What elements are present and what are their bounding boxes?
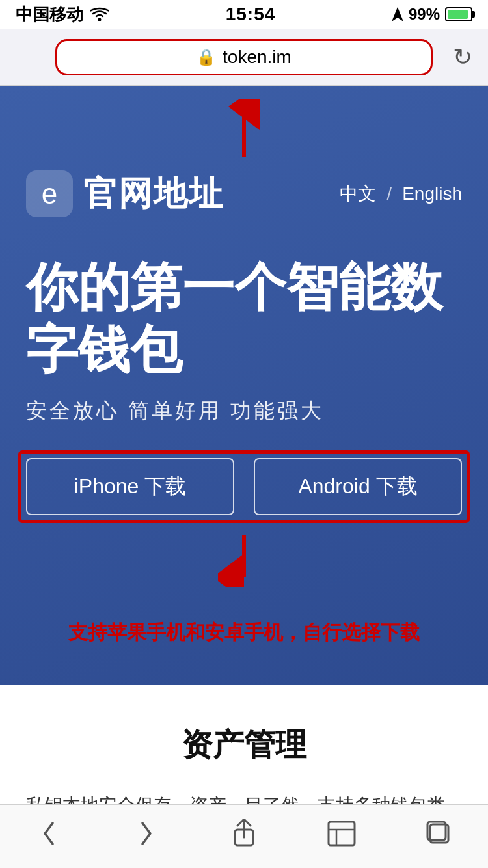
site-header: e 官网地址 中文 / English xyxy=(26,170,462,217)
forward-icon xyxy=(137,821,156,847)
svg-rect-5 xyxy=(329,822,355,845)
download-section: iPhone 下载 Android 下载 xyxy=(26,458,462,515)
lang-cn-btn[interactable]: 中文 xyxy=(340,182,376,206)
lang-en-btn[interactable]: English xyxy=(402,183,462,204)
logo-symbol: e xyxy=(42,178,57,210)
download-arrow-container xyxy=(26,535,462,587)
svg-point-0 xyxy=(98,18,102,21)
battery-percent: 99% xyxy=(409,5,440,23)
logo-icon: e xyxy=(26,170,73,217)
status-bar: 中国移动 15:54 99% xyxy=(0,0,488,29)
forward-button[interactable] xyxy=(120,807,172,860)
download-section-wrapper: iPhone 下载 Android 下载 xyxy=(26,458,462,515)
asset-section-title: 资产管理 xyxy=(26,724,462,766)
tabs-button[interactable] xyxy=(413,807,465,860)
url-bar[interactable]: 🔒 token.im xyxy=(55,39,433,75)
lang-switcher: 中文 / English xyxy=(340,182,462,206)
bottom-nav xyxy=(0,804,488,868)
main-content: e 官网地址 中文 / English 你的第一个智能数字钱包 安全放心 简单好… xyxy=(0,86,488,685)
wifi-icon xyxy=(90,7,109,21)
hero-title: 你的第一个智能数字钱包 xyxy=(26,256,462,381)
battery-icon xyxy=(445,7,472,21)
back-icon xyxy=(40,821,58,847)
status-left: 中国移动 xyxy=(16,3,109,26)
carrier-text: 中国移动 xyxy=(16,3,83,26)
tabs-icon xyxy=(426,821,452,847)
hero-subtitle: 安全放心 简单好用 功能强大 xyxy=(26,397,462,426)
url-arrow-up xyxy=(218,99,270,157)
reload-button[interactable]: ↻ xyxy=(453,44,472,71)
lang-divider: / xyxy=(386,183,392,204)
url-text[interactable]: token.im xyxy=(223,47,291,68)
iphone-download-button[interactable]: iPhone 下载 xyxy=(26,458,234,515)
lock-icon: 🔒 xyxy=(197,48,216,66)
status-right: 99% xyxy=(392,5,472,23)
site-title: 官网地址 xyxy=(83,171,224,217)
android-download-button[interactable]: Android 下载 xyxy=(254,458,462,515)
logo-area: e 官网地址 xyxy=(26,170,224,217)
status-time: 15:54 xyxy=(226,4,276,25)
share-button[interactable] xyxy=(218,807,270,860)
back-button[interactable] xyxy=(23,807,75,860)
share-icon xyxy=(232,819,256,848)
hero-section: 你的第一个智能数字钱包 安全放心 简单好用 功能强大 xyxy=(26,256,462,426)
location-icon xyxy=(392,7,403,21)
url-arrow-container xyxy=(26,99,462,157)
bookmarks-icon xyxy=(327,821,356,847)
bookmarks-button[interactable] xyxy=(316,807,368,860)
nav-bar: 🔒 token.im ↻ xyxy=(0,29,488,86)
download-arrow-down xyxy=(218,535,270,587)
annotation-text: 支持苹果手机和安卓手机，自行选择下载 xyxy=(26,619,462,646)
battery-fill xyxy=(448,10,468,19)
